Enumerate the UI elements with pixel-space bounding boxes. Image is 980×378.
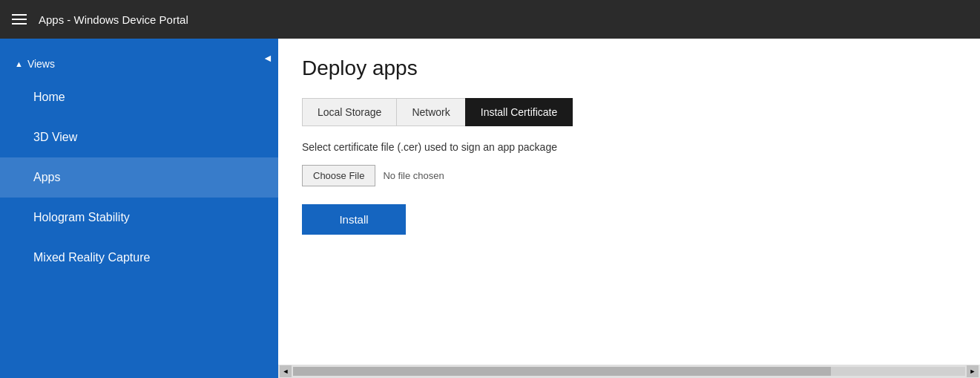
page-title: Deploy apps [302,56,956,80]
scroll-thumb[interactable] [293,367,831,376]
tab-bar: Local Storage Network Install Certificat… [302,98,956,126]
sidebar-item-mixed-reality-capture[interactable]: Mixed Reality Capture [0,238,278,278]
content-area: Deploy apps Local Storage Network Instal… [278,39,980,378]
sidebar-item-hologram-stability[interactable]: Hologram Stability [0,198,278,238]
sidebar-section-header: ▲ Views [0,50,278,77]
content-inner: Deploy apps Local Storage Network Instal… [278,39,980,365]
sidebar: ◄ ▲ Views Home 3D View Apps Hologram Sta… [0,39,278,378]
horizontal-scrollbar[interactable]: ◄ ► [278,365,980,378]
scroll-right-arrow[interactable]: ► [967,365,979,377]
collapse-sidebar-button[interactable]: ◄ [257,48,278,68]
scroll-track[interactable] [293,367,965,376]
right-arrow-icon: ► [970,368,976,375]
app-title: Apps - Windows Device Portal [39,13,188,26]
tab-local-storage[interactable]: Local Storage [302,98,396,126]
no-file-label: No file chosen [383,170,444,181]
section-arrow-icon: ▲ [15,59,23,68]
tab-network[interactable]: Network [396,98,464,126]
sidebar-item-apps[interactable]: Apps [0,157,278,198]
sidebar-nav: ▲ Views Home 3D View Apps Hologram Stabi… [0,39,278,278]
topbar: Apps - Windows Device Portal [0,0,980,39]
sidebar-section-label: Views [27,58,55,70]
main-layout: ◄ ▲ Views Home 3D View Apps Hologram Sta… [0,39,980,378]
scroll-left-arrow[interactable]: ◄ [280,365,292,377]
choose-file-button[interactable]: Choose File [302,165,375,186]
left-arrow-icon: ◄ [283,368,289,375]
install-button[interactable]: Install [302,204,406,235]
tab-install-certificate[interactable]: Install Certificate [465,98,573,126]
file-chooser-row: Choose File No file chosen [302,165,956,186]
sidebar-item-home[interactable]: Home [0,77,278,117]
sidebar-item-3dview[interactable]: 3D View [0,117,278,157]
hamburger-menu-button[interactable] [12,14,27,25]
certificate-description: Select certificate file (.cer) used to s… [302,141,956,153]
